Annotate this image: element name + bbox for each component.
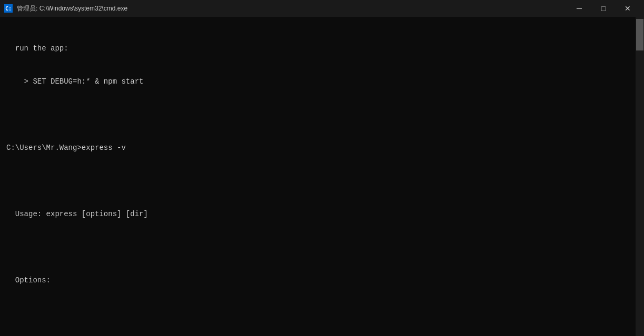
terminal-area: run the app: > SET DEBUG=h:* & npm start… xyxy=(0,17,644,336)
maximize-button[interactable]: □ xyxy=(591,0,616,17)
cmd-window: C: 管理员: C:\Windows\system32\cmd.exe ─ □ … xyxy=(0,0,644,336)
title-bar: C: 管理员: C:\Windows\system32\cmd.exe ─ □ … xyxy=(0,0,644,17)
line-8: Options: xyxy=(6,275,638,286)
line-9 xyxy=(6,308,638,319)
line-3 xyxy=(6,109,638,120)
line-1: run the app: xyxy=(6,43,638,54)
line-4: C:\Users\Mr.Wang>express -v xyxy=(6,142,638,154)
title-bar-left: C: 管理员: C:\Windows\system32\cmd.exe xyxy=(4,4,127,13)
window-controls: ─ □ ✕ xyxy=(567,0,640,17)
line-6: Usage: express [options] [dir] xyxy=(6,209,638,220)
line-2: > SET DEBUG=h:* & npm start xyxy=(6,76,638,87)
minimize-button[interactable]: ─ xyxy=(567,0,591,17)
scrollbar[interactable] xyxy=(636,17,644,336)
svg-text:C:: C: xyxy=(5,6,12,12)
line-5 xyxy=(6,176,638,187)
terminal-content: run the app: > SET DEBUG=h:* & npm start… xyxy=(6,21,638,336)
window: C: 管理员: C:\Windows\system32\cmd.exe ─ □ … xyxy=(0,0,644,336)
close-button[interactable]: ✕ xyxy=(616,0,640,17)
window-title: 管理员: C:\Windows\system32\cmd.exe xyxy=(17,4,127,13)
scrollbar-thumb[interactable] xyxy=(636,19,643,50)
line-7 xyxy=(6,242,638,253)
cmd-icon: C: xyxy=(4,4,13,13)
